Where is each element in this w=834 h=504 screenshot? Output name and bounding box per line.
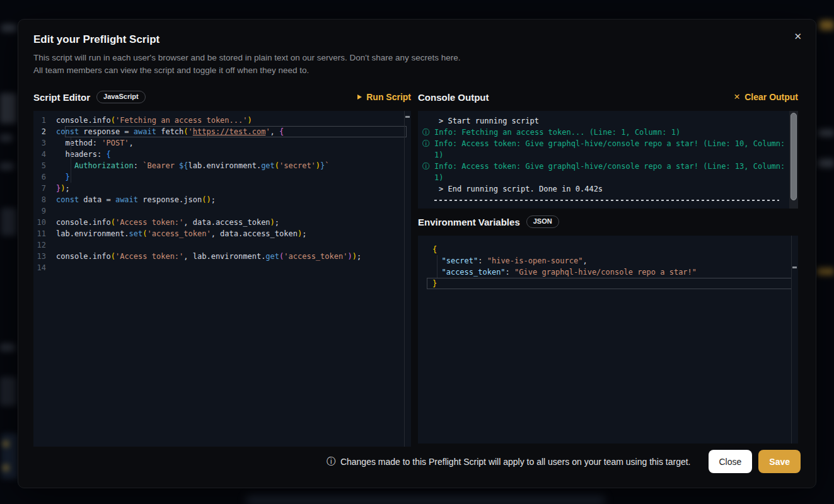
console-line: > Start running script [418, 115, 798, 127]
code-line: } [418, 278, 798, 289]
line-number: 3 [33, 137, 56, 149]
background-blur-shape [0, 343, 15, 352]
line-number: 8 [33, 194, 56, 205]
run-script-button[interactable]: Run Script [357, 92, 411, 102]
json-badge: JSON [526, 215, 559, 228]
console-output-title: Console Output [418, 92, 489, 103]
background-blur-shape [0, 377, 16, 406]
background-blur-shape [1, 433, 18, 479]
indent-guide [437, 266, 437, 278]
line-number: 10 [33, 217, 56, 228]
code-line: 2const response = await fetch('https://t… [33, 126, 411, 137]
code-line: 11lab.environment.set('access_token', da… [33, 228, 411, 239]
play-icon [357, 94, 362, 100]
background-blur-shape [3, 465, 9, 471]
console-line: ⓘInfo: Fetching an access token... (Line… [418, 127, 798, 138]
line-number: 14 [33, 262, 56, 273]
console-text: Info: Access token: Give graphql-hive/co… [434, 161, 785, 183]
line-number: 5 [33, 160, 56, 171]
console-text: Info: Access token: Give graphql-hive/co… [434, 138, 785, 161]
console-prefix [418, 115, 434, 127]
code-line: 10console.info('Access token:', data.acc… [33, 217, 411, 228]
console-line: ⓘInfo: Access token: Give graphql-hive/c… [418, 138, 798, 161]
line-number: 11 [33, 228, 56, 239]
line-number: 12 [33, 239, 56, 251]
modal-body: Script Editor JavaScript Run Script 1con… [18, 89, 816, 447]
code-line: 4 headers: { [33, 149, 411, 160]
background-blur-shape [820, 20, 834, 30]
minimap-marker [792, 266, 797, 268]
code-line: 7}); [33, 183, 411, 194]
clear-output-button[interactable]: ✕ Clear Output [734, 92, 798, 102]
line-number: 4 [33, 149, 56, 160]
background-blur-shape [0, 134, 13, 142]
indent-guide [71, 160, 71, 171]
console-text: > End running script. Done in 0.442s [434, 183, 785, 195]
minimap-marker [405, 116, 410, 118]
console-scrollbar-track [789, 111, 798, 209]
language-badge: JavaScript [96, 91, 146, 103]
code-line: "secret": "hive-is-open-source", [418, 255, 798, 266]
background-blur-shape [246, 496, 605, 504]
code-line: 12 [33, 239, 411, 251]
info-icon: ⓘ [327, 456, 335, 467]
code-line: "access_token": "Give graphql-hive/conso… [418, 266, 798, 278]
line-number: 13 [33, 251, 56, 262]
clear-output-label: Clear Output [744, 92, 798, 102]
code-line: 1console.info('Fetching an access token.… [33, 115, 411, 126]
modal-description-line2: All team members can view the script and… [33, 64, 797, 77]
code-line: { [418, 244, 798, 255]
line-number: 7 [33, 183, 56, 194]
background-blur-shape [817, 268, 834, 275]
background-blur-shape [818, 129, 834, 137]
close-button[interactable]: Close [709, 450, 753, 473]
script-editor-section: Script Editor JavaScript Run Script 1con… [33, 89, 411, 447]
environment-variables-editor[interactable]: { "secret": "hive-is-open-source", "acce… [418, 236, 798, 444]
run-script-label: Run Script [366, 92, 411, 102]
code-line: 13console.info('Access token:', lab.envi… [33, 251, 411, 262]
line-number: 1 [33, 115, 56, 126]
console-section: Console Output ✕ Clear Output > Start ru… [418, 89, 798, 447]
close-icon[interactable]: ✕ [790, 28, 806, 45]
clear-icon: ✕ [734, 93, 740, 101]
modal-description-line1: This script will run in each user's brow… [33, 52, 797, 64]
save-button[interactable]: Save [758, 450, 801, 473]
console-line: ⓘInfo: Access token: Give graphql-hive/c… [418, 161, 798, 183]
script-editor[interactable]: 1console.info('Fetching an access token.… [33, 111, 411, 447]
info-icon: ⓘ [418, 138, 434, 161]
background-blur-shape [818, 159, 834, 168]
script-editor-title: Script Editor [33, 92, 90, 103]
modal-footer: ⓘ Changes made to this Preflight Script … [18, 449, 816, 474]
console-scrollbar-thumb[interactable] [791, 113, 797, 200]
preflight-script-modal: ✕ Edit your Preflight Script This script… [18, 19, 816, 488]
indent-guide [71, 149, 71, 160]
console-lines: > Start running scriptⓘInfo: Fetching an… [418, 115, 798, 201]
indent-guide [71, 171, 71, 183]
code-line: 14 [33, 262, 411, 273]
environment-variables-title: Environment Variables [418, 217, 520, 227]
info-icon: ⓘ [418, 127, 434, 138]
page-title: Edit your Preflight Script [33, 33, 797, 46]
line-number: 6 [33, 171, 56, 183]
code-line: 8const data = await response.json(); [33, 194, 411, 205]
console-prefix [418, 183, 434, 195]
indent-guide [71, 137, 71, 149]
background-blur-shape [1, 24, 16, 32]
console-separator [434, 200, 779, 201]
code-line: 5 Authorization: `Bearer ${lab.environme… [33, 160, 411, 171]
footer-note: Changes made to this Preflight Script wi… [340, 457, 691, 467]
info-icon: ⓘ [418, 161, 434, 183]
console-output[interactable]: > Start running scriptⓘInfo: Fetching an… [418, 111, 798, 209]
line-number: 9 [33, 205, 56, 217]
background-blur-shape [1, 208, 16, 236]
code-line: 9 [33, 205, 411, 217]
console-text: Info: Fetching an access token... (Line:… [434, 127, 785, 138]
background-blur-shape [3, 441, 9, 447]
background-blur-shape [0, 93, 16, 123]
line-number: 2 [33, 126, 56, 137]
indent-guide [437, 255, 437, 266]
console-text: > Start running script [434, 115, 785, 127]
modal-header: Edit your Preflight Script This script w… [18, 20, 816, 77]
background-blur-shape [0, 163, 14, 170]
console-line: > End running script. Done in 0.442s [418, 183, 798, 195]
